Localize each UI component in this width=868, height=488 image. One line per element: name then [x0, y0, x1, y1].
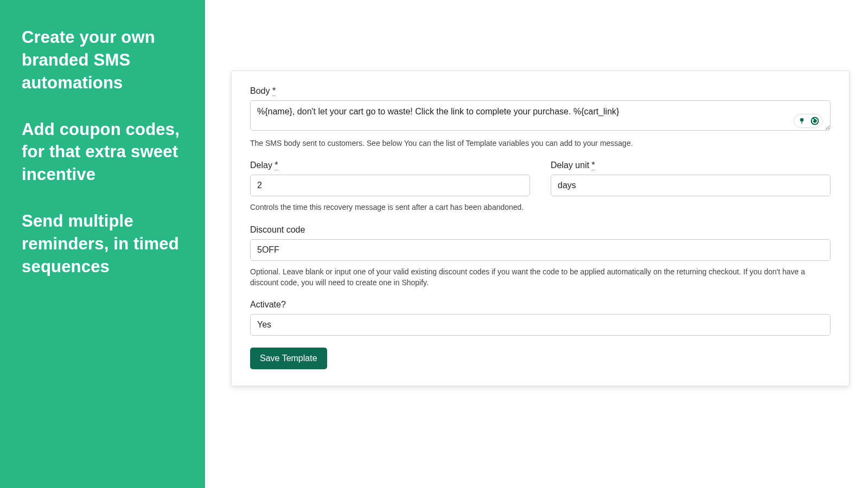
activate-select[interactable] — [250, 314, 831, 336]
discount-help-text: Optional. Leave blank or input one of yo… — [250, 266, 831, 288]
body-field: Body * The SMS body sent to customers. S… — [250, 86, 831, 149]
required-marker: * — [272, 86, 276, 96]
promo-text-3: Send multiple reminders, in timed sequen… — [22, 210, 187, 278]
delay-label-text: Delay — [250, 160, 272, 170]
grammar-check-icon[interactable] — [809, 115, 820, 126]
save-template-button[interactable]: Save Template — [250, 348, 327, 369]
delay-label: Delay * — [250, 160, 530, 170]
grammar-pin-icon[interactable] — [796, 115, 807, 126]
delay-input[interactable] — [250, 175, 530, 196]
discount-input[interactable] — [250, 239, 831, 261]
textarea-extension-badges — [794, 114, 823, 128]
discount-field: Discount code Optional. Leave blank or i… — [250, 225, 831, 288]
main-area: Body * The SMS body sent to customers. S… — [205, 0, 868, 488]
promo-sidebar: Create your own branded SMS automations … — [0, 0, 205, 488]
discount-label: Discount code — [250, 225, 831, 235]
delay-help-text: Controls the time this recovery message … — [250, 202, 831, 213]
delay-unit-label: Delay unit * — [551, 160, 831, 170]
required-marker: * — [275, 160, 278, 170]
delay-field: Delay * — [250, 160, 530, 196]
activate-label: Activate? — [250, 300, 831, 310]
delay-unit-select[interactable] — [551, 175, 831, 196]
delay-unit-field: Delay unit * — [551, 160, 831, 196]
required-marker: * — [592, 160, 595, 170]
body-label-text: Body — [250, 86, 270, 95]
body-textarea[interactable] — [250, 100, 831, 131]
template-form-panel: Body * The SMS body sent to customers. S… — [231, 70, 850, 386]
svg-rect-1 — [801, 121, 802, 124]
delay-unit-label-text: Delay unit — [551, 160, 589, 170]
promo-text-1: Create your own branded SMS automations — [22, 26, 187, 94]
promo-text-2: Add coupon codes, for that extra sweet i… — [22, 118, 187, 187]
body-help-text: The SMS body sent to customers. See belo… — [250, 138, 831, 149]
body-label: Body * — [250, 86, 831, 96]
activate-field: Activate? — [250, 300, 831, 336]
